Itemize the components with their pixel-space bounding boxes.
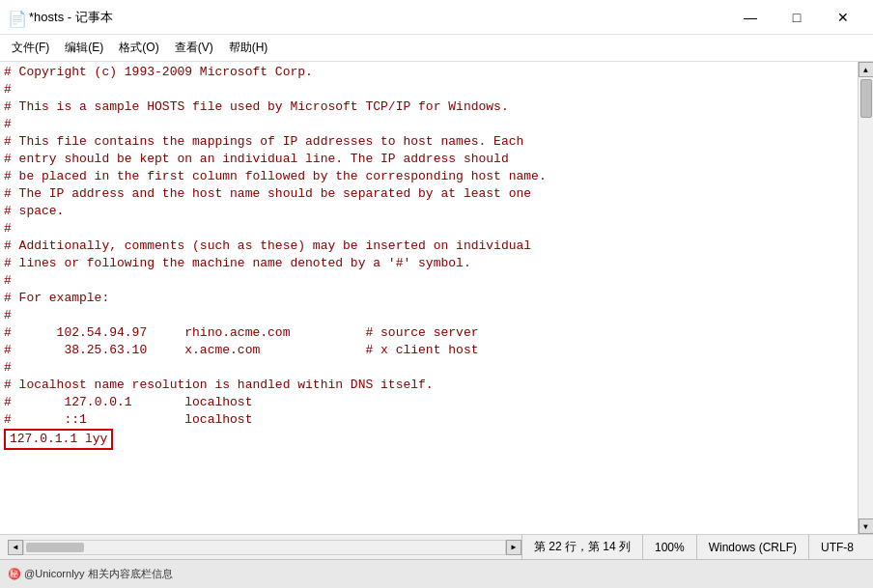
encoding: UTF-8 [808, 535, 865, 559]
title-bar-left: 📄 *hosts - 记事本 [8, 9, 113, 26]
scroll-right-button[interactable]: ▶ [506, 540, 521, 555]
editor-wrapper: # Copyright (c) 1993-2009 Microsoft Corp… [0, 62, 873, 534]
editor-text: # Copyright (c) 1993-2009 Microsoft Corp… [4, 64, 854, 450]
cursor-position: 第 22 行，第 14 列 [521, 535, 642, 559]
scroll-down-button[interactable]: ▼ [859, 518, 874, 534]
minimize-button[interactable]: — [728, 6, 773, 29]
app-icon: 📄 [8, 10, 23, 25]
horizontal-scrollbar[interactable] [23, 540, 506, 555]
bottom-taskbar: ㊙️ @Unicornlyy 相关内容底栏信息 [0, 559, 873, 588]
window-title: *hosts - 记事本 [29, 9, 113, 26]
menu-item[interactable]: 查看(V) [167, 37, 221, 59]
close-button[interactable]: ✕ [821, 6, 865, 29]
scroll-track [859, 77, 873, 518]
scroll-thumb[interactable] [860, 79, 872, 118]
menu-item[interactable]: 格式(O) [111, 37, 166, 59]
horizontal-scroll-thumb[interactable] [26, 543, 84, 552]
highlighted-line: 127.0.1.1 lyy [4, 429, 113, 450]
scroll-left-button[interactable]: ◀ [8, 540, 23, 555]
menu-bar: 文件(F)编辑(E)格式(O)查看(V)帮助(H) [0, 35, 873, 62]
maximize-button[interactable]: □ [774, 6, 819, 29]
line-ending: Windows (CRLF) [696, 535, 808, 559]
menu-item[interactable]: 编辑(E) [57, 37, 111, 59]
title-bar: 📄 *hosts - 记事本 — □ ✕ [0, 0, 873, 35]
menu-item[interactable]: 帮助(H) [221, 37, 276, 59]
horizontal-scroll-area[interactable]: ◀ ▶ [8, 540, 521, 555]
editor-content[interactable]: # Copyright (c) 1993-2009 Microsoft Corp… [0, 62, 858, 534]
menu-item[interactable]: 文件(F) [4, 37, 57, 59]
scroll-up-button[interactable]: ▲ [859, 62, 874, 77]
status-bar: ◀ ▶ 第 22 行，第 14 列 100% Windows (CRLF) UT… [0, 534, 873, 559]
taskbar-text: ㊙️ @Unicornlyy 相关内容底栏信息 [8, 567, 173, 581]
zoom-level: 100% [642, 535, 696, 559]
vertical-scrollbar[interactable]: ▲ ▼ [858, 62, 873, 534]
window-controls[interactable]: — □ ✕ [728, 6, 865, 29]
